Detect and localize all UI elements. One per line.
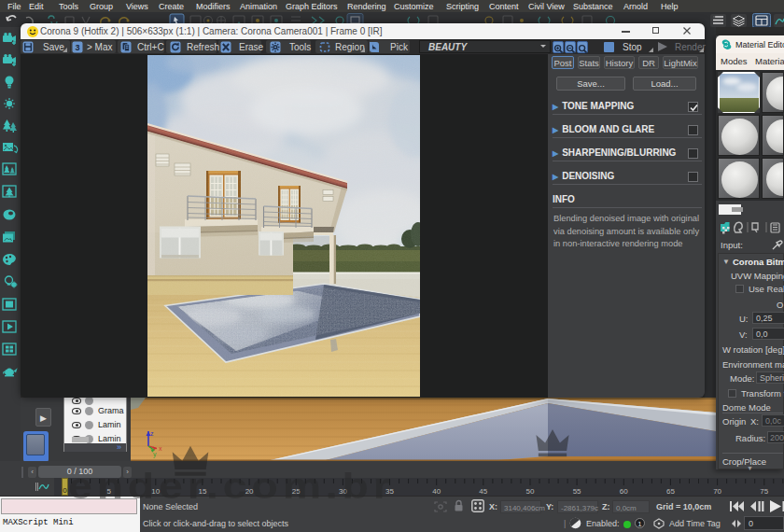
svg-text:y: y [153, 451, 157, 458]
svg-text:55: 55 [573, 487, 581, 496]
svg-text:50: 50 [526, 487, 535, 496]
svg-text:70: 70 [713, 487, 721, 496]
svg-text:z: z [150, 430, 154, 437]
svg-text:65: 65 [666, 487, 675, 496]
svg-text:3: 3 [75, 43, 79, 52]
svg-text:75: 75 [760, 487, 768, 496]
svg-text:x: x [159, 445, 162, 452]
svg-text:60: 60 [620, 487, 628, 496]
